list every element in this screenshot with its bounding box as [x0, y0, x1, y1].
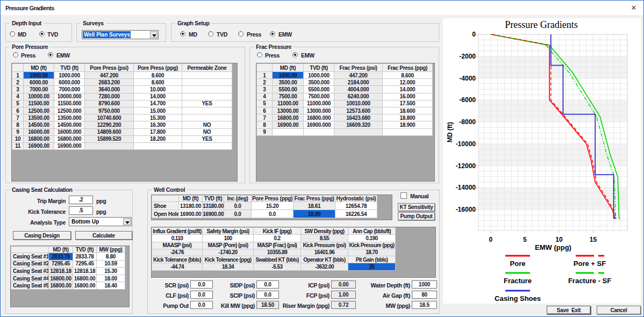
- svg-text:Casing Shoes: Casing Shoes: [495, 294, 541, 302]
- svg-text:MD (ft): MD (ft): [446, 122, 454, 142]
- svg-text:-10000: -10000: [456, 140, 476, 148]
- svg-text:-12000: -12000: [456, 162, 476, 170]
- svg-text:Fracture: Fracture: [504, 277, 532, 285]
- svg-text:Fracture - SF: Fracture - SF: [568, 277, 611, 285]
- svg-text:-16000: -16000: [456, 206, 476, 213]
- svg-text:Pore: Pore: [510, 260, 526, 268]
- svg-text:Pressure Gradients: Pressure Gradients: [505, 19, 577, 30]
- svg-text:-6000: -6000: [459, 96, 476, 104]
- svg-text:0: 0: [489, 236, 493, 243]
- svg-text:-2000: -2000: [459, 53, 476, 60]
- svg-text:15: 15: [590, 236, 597, 243]
- svg-text:-8000: -8000: [459, 118, 476, 126]
- svg-text:-4000: -4000: [459, 75, 476, 82]
- svg-text:Pore + SF: Pore + SF: [574, 260, 606, 268]
- svg-text:5: 5: [523, 236, 527, 243]
- svg-text:-14000: -14000: [456, 184, 476, 191]
- svg-text:EMW (ppg): EMW (ppg): [535, 243, 571, 251]
- svg-text:10: 10: [555, 236, 563, 243]
- svg-text:0: 0: [472, 31, 476, 38]
